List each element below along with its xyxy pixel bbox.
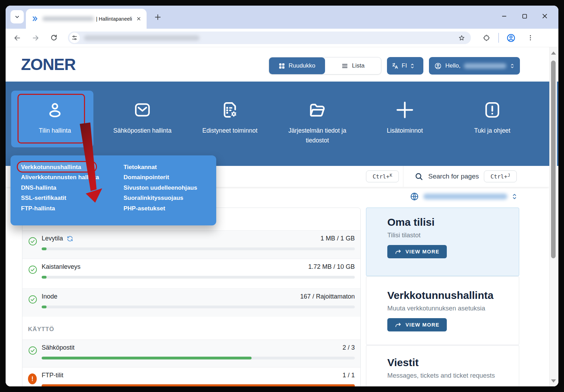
list-view-button[interactable]: Lista: [325, 57, 381, 74]
page-scrollbar[interactable]: [549, 47, 557, 386]
puzzle-icon: [483, 34, 490, 42]
language-selector[interactable]: FI: [387, 57, 423, 75]
scrollbar-thumb[interactable]: [551, 61, 556, 258]
stat-value: 1 / 1: [343, 372, 355, 379]
refresh-button[interactable]: [66, 235, 73, 242]
check-circle-icon: [28, 346, 37, 355]
list-view-label: Lista: [352, 62, 365, 69]
browser-toolbar: [6, 29, 558, 47]
window-close-button[interactable]: [535, 9, 555, 23]
grid-view-label: Ruudukko: [289, 62, 316, 69]
menu-item-subdomains[interactable]: Aliverkkotunnusten hallinta: [21, 172, 99, 182]
menu-item-domain-management[interactable]: Verkkotunnushallinta: [21, 162, 99, 172]
browser-tab[interactable]: | Hallintapaneeli: [26, 9, 147, 29]
refresh-icon: [66, 235, 73, 242]
view-more-button[interactable]: VIEW MORE: [387, 318, 447, 331]
window-controls: [494, 9, 555, 23]
minimize-icon: [501, 13, 508, 20]
user-menu[interactable]: Hello,: [429, 57, 520, 75]
browser-menu-button[interactable]: [524, 31, 537, 44]
nav-item-advanced[interactable]: Edistyneet toiminnot: [186, 82, 274, 166]
site-info-button[interactable]: [69, 33, 80, 43]
progress-bar: [42, 384, 355, 386]
window-minimize-button[interactable]: [494, 9, 514, 23]
profile-button[interactable]: [505, 31, 517, 44]
chevron-updown-icon: [512, 193, 517, 200]
stat-value: 1 MB / 1 GB: [320, 235, 355, 242]
menu-item-hotlink-protection[interactable]: Suoralinkityssuojaus: [124, 193, 197, 203]
scroll-down-arrow[interactable]: [551, 379, 556, 383]
window-maximize-button[interactable]: [514, 9, 535, 23]
tab-close-button[interactable]: [135, 15, 142, 23]
redacted-username: [464, 63, 506, 69]
tab-title: | Hallintapaneeli: [96, 16, 135, 22]
star-icon: [458, 34, 465, 42]
tab-search-button[interactable]: [10, 10, 24, 23]
menu-item-php-settings[interactable]: PHP-asetukset: [124, 203, 197, 214]
account-dropdown-menu: Verkkotunnushallinta Aliverkkotunnusten …: [10, 155, 216, 225]
page-content: ZONER Ruudukko Lista FI Hello,: [6, 47, 558, 386]
nav-item-system[interactable]: Järjestelmän tiedot ja tiedostot: [274, 82, 361, 166]
menu-item-ftp[interactable]: FTP-hallinta: [21, 203, 99, 214]
document-gear-icon: [220, 100, 240, 120]
domain-selector[interactable]: [410, 189, 529, 204]
new-tab-button[interactable]: [153, 12, 163, 22]
stat-label: Kaistanleveys: [42, 263, 80, 271]
bookmark-star-button[interactable]: [456, 33, 467, 43]
nav-label: Tuki ja ohjeet: [474, 126, 510, 135]
menu-item-dns[interactable]: DNS-hallinta: [21, 183, 99, 193]
card-subtitle: Muuta verkkotunnuksen asetuksia: [387, 304, 519, 312]
search-divider: [403, 166, 403, 187]
nav-label: Sähköpostien hallinta: [113, 126, 171, 135]
tune-icon: [71, 35, 78, 41]
menu-item-ssl[interactable]: SSL-sertifikaatit: [21, 193, 99, 203]
site-favicon-icon: [32, 15, 39, 22]
nav-item-email[interactable]: Sähköpostien hallinta: [99, 82, 186, 166]
check-circle-icon: [28, 295, 37, 304]
address-bar[interactable]: [68, 31, 471, 44]
stat-row-inode: Inode 167 / Rajoittamaton: [22, 288, 360, 317]
resource-usage-card: Levytila 1 MB / 1 GB Kaistanleveys: [22, 208, 361, 386]
search-icon: [415, 172, 423, 181]
nav-label: Lisätoiminnot: [387, 126, 423, 135]
nav-item-support[interactable]: Tuki ja ohjeet: [449, 82, 536, 166]
check-circle-icon: [28, 237, 37, 246]
card-title: Oma tilisi: [387, 216, 519, 228]
view-more-button[interactable]: VIEW MORE: [387, 245, 447, 258]
stat-label: Sähköpostit: [42, 344, 75, 351]
browser-tab-strip: | Hallintapaneeli: [6, 6, 558, 29]
scroll-up-arrow[interactable]: [551, 51, 556, 55]
redacted-tab-title: [42, 16, 94, 21]
menu-item-redirect[interactable]: Sivuston uudelleenohjaus: [124, 183, 197, 193]
chevron-updown-icon: [510, 63, 515, 69]
progress-bar: [42, 247, 355, 250]
user-circle-icon: [434, 62, 442, 70]
forward-button[interactable]: [29, 31, 42, 44]
check-circle-icon: [28, 265, 37, 274]
stat-value: 1.72 MB / 10 GB: [308, 263, 355, 271]
back-button[interactable]: [11, 31, 23, 44]
stat-row-disk: Levytila 1 MB / 1 GB: [22, 230, 360, 259]
redacted-url: [84, 35, 199, 41]
reload-button[interactable]: [48, 31, 60, 44]
menu-item-databases[interactable]: Tietokannat: [124, 162, 197, 172]
kebab-menu-icon: [527, 34, 534, 41]
card-subtitle: Messages, tickets and ticket requests: [387, 372, 519, 379]
close-icon: [541, 13, 548, 20]
card-messages: Viestit Messages, tickets and ticket req…: [366, 345, 519, 386]
grid-view-button[interactable]: Ruudukko: [269, 57, 325, 74]
nav-label: Edistyneet toiminnot: [202, 126, 258, 135]
chevron-down-icon: [14, 13, 21, 20]
card-title: Verkkotunnushallinta: [387, 289, 519, 301]
nav-item-account[interactable]: Tilin hallinta: [11, 82, 99, 166]
mail-icon: [133, 100, 152, 119]
nav-item-addons[interactable]: Lisätoiminnot: [361, 82, 449, 166]
stat-row-bandwidth: Kaistanleveys 1.72 MB / 10 GB: [22, 259, 360, 288]
progress-bar: [42, 357, 355, 359]
menu-item-domain-pointers[interactable]: Domainpointerit: [124, 172, 197, 182]
card-title: Viestit: [387, 357, 519, 369]
close-icon: [136, 16, 141, 21]
reload-icon: [50, 34, 58, 42]
extensions-button[interactable]: [480, 31, 493, 44]
page-search-button[interactable]: Search for pages: [410, 166, 480, 187]
